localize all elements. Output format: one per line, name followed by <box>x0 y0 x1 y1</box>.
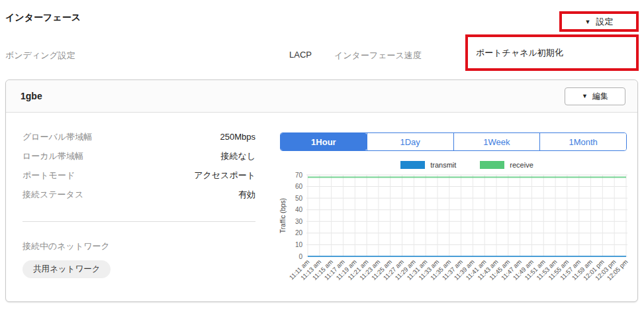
legend-item-transmit: transmit <box>400 160 456 169</box>
connected-networks-label: 接続中のネットワーク <box>23 240 255 252</box>
detail-row-global-bandwidth: グローバル帯域幅 250Mbps <box>23 127 255 146</box>
svg-text:Traffic (bps): Traffic (bps) <box>279 198 287 233</box>
detail-row-local-bandwidth: ローカル帯域幅 接続なし <box>23 146 255 166</box>
legend-label: transmit <box>430 161 456 169</box>
nav-item-port-channel-init-label: ポートチャネル初期化 <box>476 47 563 59</box>
tab-1week[interactable]: 1Week <box>453 133 540 150</box>
legend-swatch <box>400 161 425 169</box>
detail-row-connection-status: 接続ステータス 有効 <box>23 185 255 204</box>
detail-value: 接続なし <box>220 150 255 162</box>
detail-label: 接続ステータス <box>23 189 83 201</box>
svg-text:10: 10 <box>295 241 303 248</box>
time-range-tabs: 1Hour 1Day 1Week 1Month <box>280 132 627 151</box>
svg-text:30: 30 <box>295 218 303 225</box>
detail-label: ポートモード <box>23 170 75 181</box>
legend-item-receive: receive <box>480 160 533 169</box>
detail-value: アクセスポート <box>194 170 255 181</box>
nav-item-bonding-settings[interactable]: ボンディング設定 <box>5 50 75 62</box>
interface-card-1gbe: 1gbe ▼ 編集 グローバル帯域幅 250Mbps ローカル帯域幅 接続なし … <box>5 79 638 302</box>
card-body: グローバル帯域幅 250Mbps ローカル帯域幅 接続なし ポートモード アクセ… <box>6 113 637 302</box>
detail-value: 250Mbps <box>220 132 255 142</box>
edit-button[interactable]: ▼ 編集 <box>565 87 625 105</box>
legend-label: receive <box>510 161 533 169</box>
card-header: 1gbe ▼ 編集 <box>6 80 637 113</box>
svg-text:40: 40 <box>295 206 303 213</box>
svg-text:60: 60 <box>295 183 303 190</box>
svg-text:20: 20 <box>295 229 303 236</box>
caret-down-icon: ▼ <box>585 19 591 25</box>
chart-legend: transmitreceive <box>306 160 627 169</box>
detail-value: 有効 <box>238 189 255 201</box>
page-title: インターフェース <box>5 12 81 24</box>
caret-down-icon: ▼ <box>582 93 588 99</box>
interface-details: グローバル帯域幅 250Mbps ローカル帯域幅 接続なし ポートモード アクセ… <box>23 127 255 278</box>
detail-label: グローバル帯域幅 <box>23 131 92 143</box>
card-title: 1gbe <box>21 91 42 101</box>
svg-text:70: 70 <box>295 172 303 179</box>
traffic-chart-panel: 1Hour 1Day 1Week 1Month transmitreceive … <box>278 132 635 303</box>
nav-item-interface-speed[interactable]: インターフェース速度 <box>334 50 422 62</box>
tab-1day[interactable]: 1Day <box>367 133 453 150</box>
network-badge-shared[interactable]: 共用ネットワーク <box>23 260 111 278</box>
detail-row-port-mode: ポートモード アクセスポート <box>23 166 255 185</box>
detail-label: ローカル帯域幅 <box>23 150 83 162</box>
tab-1hour[interactable]: 1Hour <box>281 133 367 150</box>
settings-button-label: 設定 <box>596 16 613 28</box>
traffic-line-chart: 01020304050607011:11 am11:13 am11:15 am1… <box>278 170 632 303</box>
svg-text:0: 0 <box>299 253 302 260</box>
tab-1month[interactable]: 1Month <box>539 133 626 150</box>
nav-item-lacp[interactable]: LACP <box>289 50 312 60</box>
settings-button[interactable]: ▼ 設定 <box>559 11 639 32</box>
nav-item-port-channel-init[interactable]: ポートチャネル初期化 <box>465 34 639 71</box>
edit-button-label: 編集 <box>592 91 608 102</box>
svg-text:50: 50 <box>295 195 303 202</box>
divider <box>23 221 255 222</box>
legend-swatch <box>480 161 504 169</box>
